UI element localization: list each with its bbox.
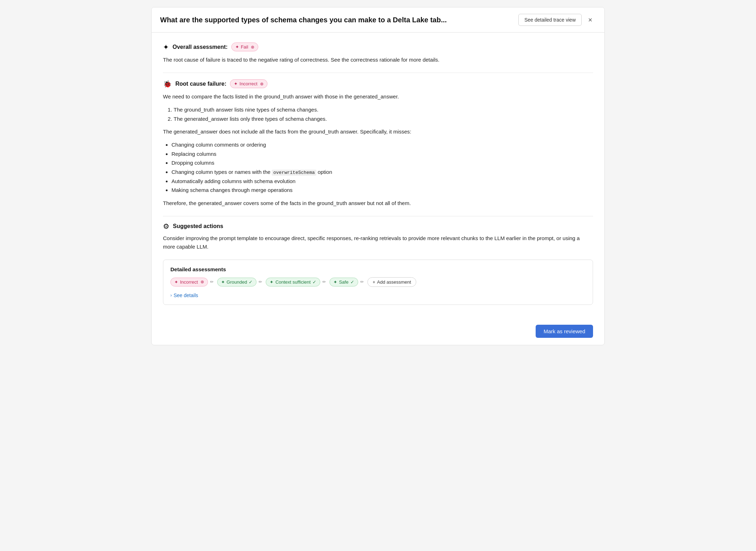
overall-assessment-title: Overall assessment: <box>173 44 228 50</box>
root-cause-header: 🐞 Root cause failure: ✦ Incorrect ⊗ <box>163 79 593 88</box>
suggested-actions-section: ⚙ Suggested actions Consider improving t… <box>163 223 593 251</box>
context-assessment-label: Context sufficient <box>275 279 310 285</box>
add-assessment-label: Add assessment <box>377 279 411 285</box>
fail-badge: ✦ Fail ⊗ <box>231 42 258 51</box>
overall-assessment-body: The root cause of failure is traced to t… <box>163 56 593 64</box>
sparkle-icon: ✦ <box>163 44 169 51</box>
fail-badge-label: Fail <box>241 44 248 50</box>
list-item: Automatically adding columns with schema… <box>171 177 593 186</box>
list-item: Replacing columns <box>171 149 593 159</box>
add-assessment-button[interactable]: + Add assessment <box>367 277 417 287</box>
fail-badge-close[interactable]: ⊗ <box>251 45 254 50</box>
grounded-check-icon: ✓ <box>249 279 253 285</box>
context-check-icon: ✓ <box>312 279 316 285</box>
list-item: Dropping columns <box>171 158 593 167</box>
list-item: Making schema changes through merge oper… <box>171 186 593 195</box>
code-inline: overwriteSchema <box>272 170 316 176</box>
header: What are the supported types of schema c… <box>152 7 604 33</box>
safe-edit-icon[interactable]: ✏ <box>360 279 365 285</box>
mark-reviewed-label: Mark as reviewed <box>543 328 585 334</box>
divider-2 <box>163 216 593 216</box>
root-cause-title: Root cause failure: <box>175 81 226 87</box>
list-item: The generated_answer lists only three ty… <box>174 114 593 124</box>
overall-assessment-section: ✦ Overall assessment: ✦ Fail ⊗ The root … <box>163 42 593 64</box>
root-cause-middle-text: The generated_answer does not include al… <box>163 127 593 136</box>
detailed-assessments-title: Detailed assessments <box>170 266 586 272</box>
main-panel: What are the supported types of schema c… <box>151 7 605 345</box>
grounded-badge-sparkle-icon: ✦ <box>221 279 225 285</box>
bullet-list: Changing column comments or ordering Rep… <box>163 140 593 195</box>
root-cause-conclusion: Therefore, the generated_answer covers s… <box>163 199 593 208</box>
incorrect-badge: ✦ Incorrect ⊗ <box>230 79 267 88</box>
safe-assessment-badge: ✦ Safe ✓ <box>329 278 358 286</box>
incorrect-badge-label: Incorrect <box>239 81 258 86</box>
safe-assessment-label: Safe <box>339 279 349 285</box>
safe-tag-group: ✦ Safe ✓ ✏ <box>329 278 365 286</box>
grounded-assessment-label: Grounded <box>227 279 247 285</box>
trace-view-button[interactable]: See detailed trace view <box>518 14 582 26</box>
detailed-assessments-box: Detailed assessments ✦ Incorrect ⊗ ✏ ✦ G… <box>163 260 593 305</box>
context-tag-group: ✦ Context sufficient ✓ ✏ <box>266 278 326 286</box>
see-details-label: See details <box>174 292 198 298</box>
incorrect-assessment-badge: ✦ Incorrect ⊗ <box>170 278 208 286</box>
safe-badge-sparkle-icon: ✦ <box>333 279 337 285</box>
header-actions: See detailed trace view × <box>518 14 596 26</box>
close-button[interactable]: × <box>585 14 596 25</box>
grounded-assessment-badge: ✦ Grounded ✓ <box>217 278 257 286</box>
add-icon: + <box>373 279 376 285</box>
footer: Mark as reviewed <box>152 319 604 345</box>
numbered-list: The ground_truth answer lists nine types… <box>163 105 593 123</box>
mark-reviewed-button[interactable]: Mark as reviewed <box>536 325 593 338</box>
list-item: Changing column comments or ordering <box>171 140 593 149</box>
root-cause-section: 🐞 Root cause failure: ✦ Incorrect ⊗ We n… <box>163 79 593 208</box>
suggested-icon: ⚙ <box>163 223 169 230</box>
list-item: The ground_truth answer lists nine types… <box>174 105 593 114</box>
bullet-text-prefix: Changing column types or names with the <box>171 169 272 175</box>
incorrect-badge-icon: ✦ <box>234 81 238 86</box>
close-icon: × <box>588 16 592 24</box>
badge-sparkle-icon: ✦ <box>174 279 178 285</box>
list-item: Changing column types or names with the … <box>171 167 593 177</box>
context-assessment-badge: ✦ Context sufficient ✓ <box>266 278 320 286</box>
assessment-tags: ✦ Incorrect ⊗ ✏ ✦ Grounded ✓ ✏ <box>170 277 586 287</box>
chevron-right-icon: › <box>170 293 172 298</box>
page-title: What are the supported types of schema c… <box>160 16 511 24</box>
overall-assessment-header: ✦ Overall assessment: ✦ Fail ⊗ <box>163 42 593 51</box>
divider-1 <box>163 73 593 73</box>
context-badge-sparkle-icon: ✦ <box>270 279 273 285</box>
trace-view-label: See detailed trace view <box>524 17 576 23</box>
content-area: ✦ Overall assessment: ✦ Fail ⊗ The root … <box>152 33 604 319</box>
safe-check-icon: ✓ <box>350 279 354 285</box>
grounded-tag-group: ✦ Grounded ✓ ✏ <box>217 278 263 286</box>
suggested-actions-body: Consider improving the prompt template t… <box>163 234 593 251</box>
root-cause-intro-text: We need to compare the facts listed in t… <box>163 92 593 101</box>
context-edit-icon[interactable]: ✏ <box>322 279 327 285</box>
grounded-edit-icon[interactable]: ✏ <box>258 279 263 285</box>
incorrect-badge-close[interactable]: ⊗ <box>260 81 264 86</box>
incorrect-assessment-label: Incorrect <box>180 279 198 285</box>
suggested-actions-header: ⚙ Suggested actions <box>163 223 593 230</box>
bug-icon: 🐞 <box>163 80 172 87</box>
bullet-text-suffix: option <box>316 169 332 175</box>
root-cause-intro: We need to compare the facts listed in t… <box>163 92 593 208</box>
see-details-button[interactable]: › See details <box>170 292 198 298</box>
incorrect-assessment-close[interactable]: ⊗ <box>201 279 204 284</box>
incorrect-tag-group: ✦ Incorrect ⊗ ✏ <box>170 278 214 286</box>
fail-badge-icon: ✦ <box>235 44 239 50</box>
incorrect-edit-icon[interactable]: ✏ <box>209 279 214 285</box>
suggested-actions-title: Suggested actions <box>173 223 223 229</box>
